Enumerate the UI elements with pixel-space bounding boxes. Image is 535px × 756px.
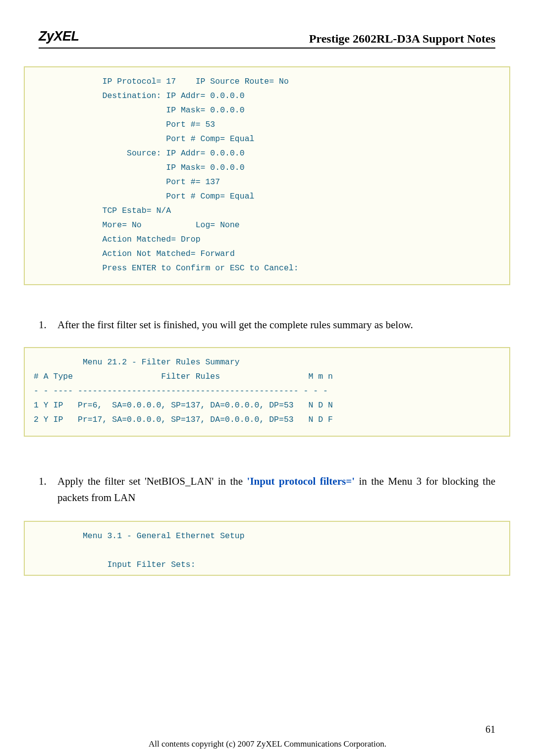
page-footer: 61 All contents copyright (c) 2007 ZyXEL… xyxy=(0,724,535,749)
list-number-1: 1. xyxy=(39,317,57,333)
code-text-3: Menu 3.1 - General Ethernet Setup Input … xyxy=(29,529,505,572)
para2-pre: Apply the filter set 'NetBIOS_LAN' in th… xyxy=(57,475,247,487)
paragraph-2: 1. Apply the filter set 'NetBIOS_LAN' in… xyxy=(39,473,495,506)
page-title: Prestige 2602RL-D3A Support Notes xyxy=(309,32,495,46)
code-text-1: IP Protocol= 17 IP Source Route= No Dest… xyxy=(29,74,505,275)
code-text-2: Menu 21.2 - Filter Rules Summary # A Typ… xyxy=(29,355,505,427)
list-number-2: 1. xyxy=(39,473,57,506)
list-body-2: Apply the filter set 'NetBIOS_LAN' in th… xyxy=(57,473,495,506)
page-header: ZyXEL Prestige 2602RL-D3A Support Notes xyxy=(39,0,495,49)
code-block-1: IP Protocol= 17 IP Source Route= No Dest… xyxy=(24,66,510,285)
logo: ZyXEL xyxy=(39,29,79,46)
code-block-3: Menu 3.1 - General Ethernet Setup Input … xyxy=(24,521,510,576)
copyright-text: All contents copyright (c) 2007 ZyXEL Co… xyxy=(0,739,535,749)
paragraph-1: 1. After the first filter set is finishe… xyxy=(39,317,495,333)
page-number: 61 xyxy=(0,724,535,735)
code-block-2: Menu 21.2 - Filter Rules Summary # A Typ… xyxy=(24,347,510,437)
list-body-1: After the first filter set is finished, … xyxy=(57,317,495,333)
para2-highlight: 'Input protocol filters=' xyxy=(247,475,355,487)
